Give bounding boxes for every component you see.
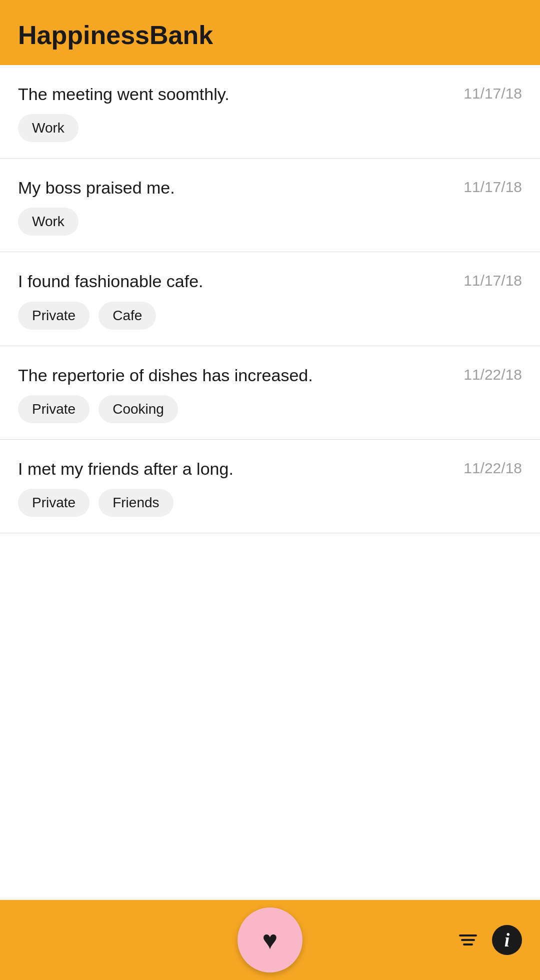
filter-line-2	[461, 939, 475, 941]
footer-actions: i	[459, 925, 522, 955]
entry-tags: Private Friends	[18, 489, 522, 517]
app-footer: ♥ i	[0, 900, 540, 980]
filter-line-1	[459, 934, 477, 936]
entries-list: The meeting went soomthly. 11/17/18 Work…	[0, 65, 540, 900]
tag-private[interactable]: Private	[18, 395, 90, 423]
tag-work[interactable]: Work	[18, 208, 78, 236]
entry-date: 11/22/18	[464, 460, 522, 477]
entry-tags: Work	[18, 114, 522, 142]
tag-private[interactable]: Private	[18, 302, 90, 330]
entry-text: My boss praised me.	[18, 177, 464, 199]
entry-tags: Private Cafe	[18, 302, 522, 330]
tag-cafe[interactable]: Cafe	[98, 302, 156, 330]
list-item[interactable]: My boss praised me. 11/17/18 Work	[0, 159, 540, 252]
list-item[interactable]: I met my friends after a long. 11/22/18 …	[0, 440, 540, 533]
list-item[interactable]: I found fashionable cafe. 11/17/18 Priva…	[0, 252, 540, 346]
app-title: HappinessBank	[18, 21, 213, 50]
list-item[interactable]: The meeting went soomthly. 11/17/18 Work	[0, 65, 540, 159]
list-item[interactable]: The repertorie of dishes has increased. …	[0, 346, 540, 440]
entry-text: The repertorie of dishes has increased.	[18, 364, 464, 386]
entry-tags: Private Cooking	[18, 395, 522, 423]
entry-date: 11/22/18	[464, 366, 522, 383]
tag-cooking[interactable]: Cooking	[98, 395, 178, 423]
entry-date: 11/17/18	[464, 179, 522, 196]
heart-icon: ♥	[262, 925, 278, 955]
tag-work[interactable]: Work	[18, 114, 78, 142]
entry-text: I found fashionable cafe.	[18, 270, 464, 292]
info-icon: i	[504, 929, 510, 951]
tag-friends[interactable]: Friends	[98, 489, 173, 517]
entry-text: I met my friends after a long.	[18, 458, 464, 480]
entry-date: 11/17/18	[464, 272, 522, 289]
add-entry-button[interactable]: ♥	[238, 907, 302, 972]
entry-date: 11/17/18	[464, 85, 522, 102]
filter-line-3	[463, 943, 473, 945]
entry-tags: Work	[18, 208, 522, 236]
entry-text: The meeting went soomthly.	[18, 83, 464, 105]
tag-private[interactable]: Private	[18, 489, 90, 517]
filter-button[interactable]	[459, 934, 477, 945]
info-button[interactable]: i	[492, 925, 522, 955]
app-header: HappinessBank	[0, 0, 540, 65]
